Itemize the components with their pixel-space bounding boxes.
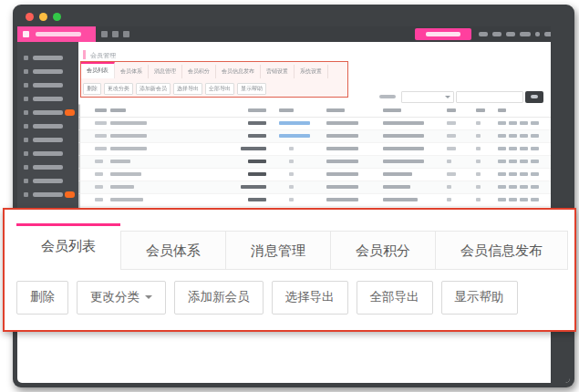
row-action-link[interactable]: [531, 160, 539, 163]
row-action-link[interactable]: [520, 160, 528, 163]
row-action-link[interactable]: [498, 134, 506, 138]
appbar-primary-button[interactable]: [415, 28, 471, 40]
sidebar-item[interactable]: [17, 188, 78, 201]
row-action-link[interactable]: [531, 185, 539, 189]
mini-tab-message-mgmt[interactable]: 消息管理: [149, 65, 182, 78]
table-row[interactable]: [78, 194, 551, 207]
row-action-link[interactable]: [531, 198, 539, 201]
row-action-link[interactable]: [509, 147, 517, 150]
row-action-link[interactable]: [498, 172, 506, 176]
row-action-link[interactable]: [531, 147, 539, 150]
search-button[interactable]: [525, 91, 543, 103]
add-member-button[interactable]: 添加新会员: [174, 281, 264, 315]
export-all-button[interactable]: 全部导出: [357, 281, 433, 315]
table-row[interactable]: [78, 181, 551, 194]
app-logo: [17, 26, 96, 42]
table-row[interactable]: [78, 143, 551, 156]
row-action-link[interactable]: [531, 121, 539, 125]
minimize-window-button[interactable]: [39, 13, 47, 21]
sidebar-item[interactable]: [17, 160, 78, 174]
close-window-button[interactable]: [26, 13, 34, 21]
mini-export-all-button[interactable]: 全部导出: [205, 83, 234, 95]
row-action-link[interactable]: [520, 147, 528, 150]
row-action-link[interactable]: [520, 172, 528, 176]
mini-tab-member-points[interactable]: 会员积分: [182, 65, 216, 78]
mini-add-member-button[interactable]: 添加新会员: [136, 83, 171, 95]
row-action-link[interactable]: [520, 185, 528, 189]
row-action-link[interactable]: [520, 134, 528, 138]
sidebar-item[interactable]: [17, 51, 78, 65]
sidebar-item-active[interactable]: [17, 106, 78, 119]
appbar-menu-item[interactable]: [520, 32, 531, 36]
mini-tab-member-info-publish[interactable]: 会员信息发布: [216, 65, 261, 78]
sidebar-item[interactable]: [17, 65, 78, 78]
row-action-link[interactable]: [509, 134, 517, 138]
appbar-menu-item[interactable]: [544, 32, 551, 36]
row-action-link[interactable]: [509, 160, 517, 163]
row-action-link[interactable]: [509, 121, 517, 125]
tab-member-info-publish[interactable]: 会员信息发布: [436, 231, 568, 270]
home-icon[interactable]: [101, 31, 108, 37]
row-action-link[interactable]: [498, 198, 506, 201]
mini-tab-system-settings[interactable]: 系统设置: [295, 65, 328, 78]
export-selected-button[interactable]: 选择导出: [272, 281, 348, 315]
row-action-link[interactable]: [509, 185, 517, 189]
tab-member-system[interactable]: 会员体系: [120, 231, 226, 270]
search-filter-select[interactable]: [401, 91, 454, 103]
referrer-link[interactable]: [279, 134, 310, 138]
apps-icon[interactable]: [123, 31, 129, 37]
mini-show-help-button[interactable]: 显示帮助: [237, 83, 266, 95]
menu-icon[interactable]: [112, 31, 119, 37]
table-row[interactable]: [78, 169, 551, 181]
tab-member-list[interactable]: 会员列表: [16, 223, 120, 270]
sidebar-item-icon: [24, 83, 28, 88]
table-row[interactable]: [78, 156, 551, 169]
appbar-menu-item[interactable]: [535, 32, 540, 36]
delete-button[interactable]: 删除: [16, 281, 68, 315]
search-input[interactable]: [456, 91, 523, 103]
row-action-link[interactable]: [520, 121, 528, 125]
app-header-bar: [17, 26, 551, 42]
mini-tab-member-system[interactable]: 会员体系: [115, 65, 149, 78]
search-label-blur: [379, 95, 396, 98]
row-action-link[interactable]: [498, 185, 506, 189]
appbar-menu-item[interactable]: [479, 32, 488, 36]
mini-change-category-button[interactable]: 更改分类: [104, 83, 133, 95]
sidebar-item-icon: [24, 110, 28, 115]
sidebar-item[interactable]: [17, 92, 78, 106]
appbar-menu-item[interactable]: [506, 32, 515, 36]
table-row[interactable]: [78, 130, 551, 143]
row-action-link[interactable]: [509, 172, 517, 176]
sidebar-item[interactable]: [17, 174, 78, 188]
row-action-link[interactable]: [498, 160, 506, 163]
table-row[interactable]: [78, 118, 551, 130]
mini-delete-button[interactable]: 删除: [83, 83, 101, 95]
sidebar-item[interactable]: [17, 78, 78, 92]
row-action-link[interactable]: [498, 121, 506, 125]
appbar-menu-item[interactable]: [492, 32, 501, 36]
sidebar-item[interactable]: [17, 119, 78, 133]
mini-tab-strip: 会员列表 会员体系 消息管理 会员积分 会员信息发布 营销设置 系统设置: [81, 63, 328, 78]
sidebar-item[interactable]: [17, 133, 78, 147]
row-action-link[interactable]: [531, 172, 539, 176]
sidebar-item-icon: [24, 151, 28, 156]
row-action-link[interactable]: [520, 198, 528, 201]
mini-tab-marketing-settings[interactable]: 营销设置: [261, 65, 295, 78]
tab-message-mgmt[interactable]: 消息管理: [226, 231, 331, 270]
row-action-link[interactable]: [509, 198, 517, 201]
page: 会员管理 会员列表 会员体系 消息管理 会员积分 会员信息发布 营销设置 系统设…: [0, 0, 579, 392]
change-category-button[interactable]: 更改分类: [77, 281, 166, 315]
mini-export-selected-button[interactable]: 选择导出: [173, 83, 202, 95]
search-icon: [531, 95, 538, 98]
mini-tab-member-list[interactable]: 会员列表: [81, 62, 115, 78]
sidebar-item-icon: [24, 124, 28, 129]
tab-member-points[interactable]: 会员积分: [331, 231, 436, 270]
sidebar-item-icon: [24, 56, 28, 60]
row-action-link[interactable]: [498, 147, 506, 150]
maximize-window-button[interactable]: [53, 13, 61, 21]
referrer-link[interactable]: [279, 121, 310, 125]
sidebar-item[interactable]: [17, 147, 78, 160]
row-action-link[interactable]: [531, 134, 539, 138]
sidebar-item-icon: [24, 192, 28, 197]
show-help-button[interactable]: 显示帮助: [441, 281, 518, 315]
